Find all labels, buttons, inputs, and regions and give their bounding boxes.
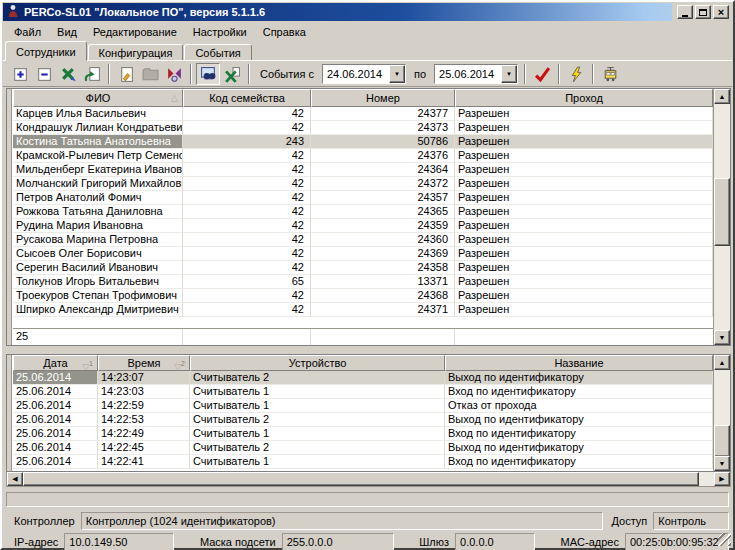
table-cell: 24376 xyxy=(311,149,455,163)
scroll-right-button[interactable]: ▶ xyxy=(714,472,730,486)
column-header-number[interactable]: Номер xyxy=(311,89,455,107)
minimize-button[interactable] xyxy=(677,5,693,19)
column-header-date[interactable]: Дата ▽1 xyxy=(13,355,98,371)
read-events-button[interactable] xyxy=(564,63,588,85)
table-row[interactable]: Петров Анатолий Фомич4224357Разрешен xyxy=(13,191,713,205)
table-row[interactable]: Крамской-Рылевич Петр Семенович4224376Ра… xyxy=(13,149,713,163)
table-row[interactable]: 25.06.201414:22:53Считыватель 2Выход по … xyxy=(13,413,713,427)
column-header-time[interactable]: Время ▽2 xyxy=(98,355,190,371)
table-cell: Отказ от прохода xyxy=(445,399,713,413)
access-rights-button[interactable] xyxy=(162,63,186,85)
table-row[interactable]: Мильденберг Екатерина Ивановна4224364Раз… xyxy=(13,163,713,177)
table-row[interactable]: Серегин Василий Иванович4224358Разрешен xyxy=(13,261,713,275)
status-bar xyxy=(6,492,729,507)
table-row[interactable]: Шпирко Александр Дмитриевич4224371Разреш… xyxy=(13,303,713,317)
events-horizontal-scrollbar[interactable]: ◀ ▶ xyxy=(6,472,731,487)
scroll-left-button[interactable]: ◀ xyxy=(7,472,23,486)
date-from-picker[interactable]: 24.06.2014 ▼ xyxy=(322,64,406,84)
column-header-label: Название xyxy=(554,357,603,369)
column-header-family-code[interactable]: Код семейства xyxy=(183,89,311,107)
table-row[interactable]: Сысоев Олег Борисович4224369Разрешен xyxy=(13,247,713,261)
date-to-picker[interactable]: 25.06.2014 ▼ xyxy=(434,64,518,84)
apply-filter-button[interactable] xyxy=(530,63,554,85)
table-row[interactable]: 25.06.201414:22:59Считыватель 1Отказ от … xyxy=(13,399,713,413)
employees-vertical-scrollbar[interactable]: ▲ ▼ xyxy=(713,89,730,345)
table-row[interactable]: 25.06.201414:22:45Считыватель 2Выход по … xyxy=(13,441,713,455)
scroll-down-button[interactable]: ▼ xyxy=(714,456,730,471)
table-cell: Рожкова Татьяна Даниловна xyxy=(13,205,183,219)
maximize-button[interactable] xyxy=(695,5,711,19)
ip-value-field: 10.0.149.50 xyxy=(64,533,174,550)
date-to-dropdown-button[interactable]: ▼ xyxy=(501,65,517,83)
table-row[interactable]: 25.06.201414:23:07Считыватель 2Выход по … xyxy=(13,371,713,385)
employees-count-row: 25 xyxy=(13,328,713,345)
events-vertical-scrollbar[interactable]: ▲ ▼ xyxy=(713,355,730,471)
column-header-fio[interactable]: ФИО △ xyxy=(13,89,183,107)
scroll-down-button[interactable]: ▼ xyxy=(714,330,730,345)
excel-export-icon xyxy=(224,66,241,83)
column-header-access[interactable]: Проход xyxy=(455,89,713,107)
import-document-button[interactable] xyxy=(114,63,138,85)
table-row[interactable]: Русакова Марина Петровна4224360Разрешен xyxy=(13,233,713,247)
events-to-label: по xyxy=(408,68,432,80)
column-header-event-name[interactable]: Название xyxy=(445,355,713,371)
table-cell: 24373 xyxy=(311,121,455,135)
close-button[interactable]: × xyxy=(713,5,729,19)
scrollbar-thumb[interactable] xyxy=(714,178,730,246)
events-header-row: Дата ▽1 Время ▽2 Устройство Название xyxy=(13,355,713,371)
table-cell: Считыватель 1 xyxy=(190,455,445,469)
menu-file[interactable]: Файл xyxy=(6,24,49,41)
count-cell xyxy=(183,329,311,345)
tab-events[interactable]: События xyxy=(184,44,251,61)
excel-export-button[interactable] xyxy=(220,63,244,85)
scrollbar-thumb[interactable] xyxy=(23,472,699,486)
toolbar-separator xyxy=(190,64,192,84)
date-from-value[interactable]: 24.06.2014 xyxy=(323,65,389,83)
table-cell: 24371 xyxy=(311,303,455,317)
table-row[interactable]: Кондрашук Лилиан Кондратьевич4224373Разр… xyxy=(13,121,713,135)
arrow-right-icon: ▶ xyxy=(719,475,724,482)
tab-configuration[interactable]: Конфигурация xyxy=(88,44,184,61)
table-row[interactable]: Молчанский Григорий Михайлович4224372Раз… xyxy=(13,177,713,191)
menu-edit[interactable]: Редактирование xyxy=(85,24,185,41)
menu-help[interactable]: Справка xyxy=(255,24,314,41)
table-row[interactable]: Толкунов Игорь Витальевич6513371Разрешен xyxy=(13,275,713,289)
scroll-up-button[interactable]: ▲ xyxy=(714,355,730,370)
table-row[interactable]: 25.06.201414:22:49Считыватель 1Вход по и… xyxy=(13,427,713,441)
delete-employee-button[interactable] xyxy=(56,63,80,85)
menu-settings[interactable]: Настройки xyxy=(185,24,255,41)
add-record-button[interactable] xyxy=(8,63,32,85)
revert-document-button[interactable] xyxy=(80,63,104,85)
table-cell: Разрешен xyxy=(455,275,713,289)
app-window: PERCo-SL01 "Локальное ПО", версия 5.1.1.… xyxy=(0,0,735,550)
table-cell: 25.06.2014 xyxy=(13,371,98,385)
remove-record-button[interactable] xyxy=(32,63,56,85)
resize-grip[interactable] xyxy=(718,533,731,546)
table-row[interactable]: Рудина Мария Ивановна4224359Разрешен xyxy=(13,219,713,233)
table-cell: 24364 xyxy=(311,163,455,177)
table-cell: Считыватель 1 xyxy=(190,427,445,441)
table-row[interactable]: Троекуров Степан Трофимович4224368Разреш… xyxy=(13,289,713,303)
table-cell: 24357 xyxy=(311,191,455,205)
menu-view[interactable]: Вид xyxy=(49,24,85,41)
table-row[interactable]: 25.06.201414:22:41Считыватель 1Вход по и… xyxy=(13,455,713,469)
table-cell: 14:22:59 xyxy=(98,399,190,413)
tab-employees[interactable]: Сотрудники xyxy=(5,41,87,61)
date-to-value[interactable]: 25.06.2014 xyxy=(435,65,501,83)
column-header-device[interactable]: Устройство xyxy=(190,355,445,371)
table-row[interactable]: Костина Татьяна Анатольевна24350786Разре… xyxy=(13,135,713,149)
access-value-field: Контроль xyxy=(653,512,729,530)
table-row[interactable]: Рожкова Татьяна Даниловна4224365Разрешен xyxy=(13,205,713,219)
date-from-dropdown-button[interactable]: ▼ xyxy=(389,65,405,83)
table-cell: Мильденберг Екатерина Ивановна xyxy=(13,163,183,177)
red-check-icon xyxy=(534,66,551,83)
menu-bar: Файл Вид Редактирование Настройки Справк… xyxy=(3,23,732,41)
scrollbar-thumb[interactable] xyxy=(714,425,730,457)
monitoring-button[interactable] xyxy=(598,63,622,85)
table-row[interactable]: 25.06.201414:23:03Считыватель 1Вход по и… xyxy=(13,385,713,399)
table-cell: 42 xyxy=(183,163,311,177)
table-cell: Рудина Мария Ивановна xyxy=(13,219,183,233)
table-row[interactable]: Карцев Илья Васильевич4224377Разрешен xyxy=(13,107,713,121)
scroll-up-button[interactable]: ▲ xyxy=(714,89,730,104)
view-events-button[interactable] xyxy=(196,63,220,85)
